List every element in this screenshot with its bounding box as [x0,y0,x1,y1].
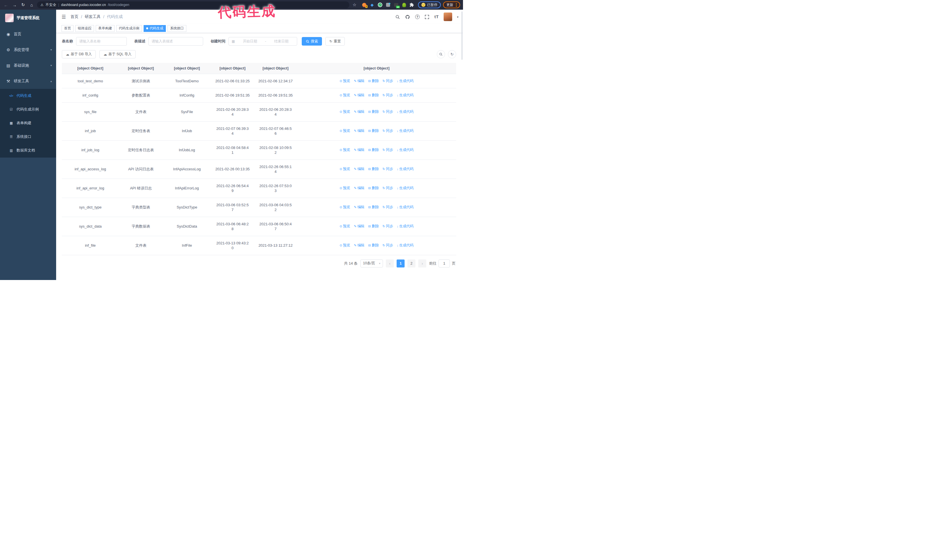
preview-link[interactable]: ⊙预览 [340,78,350,83]
view-tab[interactable]: 系统接口 [168,25,186,32]
preview-link[interactable]: ⊙预览 [340,167,350,172]
breadcrumb-home[interactable]: 首页 [70,14,78,20]
font-size-icon[interactable]: tT [434,15,439,19]
refresh-table-button[interactable]: ↻ [448,50,456,58]
preview-link[interactable]: ⊙预览 [340,128,350,133]
generate-code-link[interactable]: ↓生成代码 [397,78,414,83]
prev-page-button[interactable]: ‹ [386,260,394,267]
toggle-search-button[interactable] [437,50,445,58]
view-tab[interactable]: 链路追踪 [75,25,94,32]
generate-code-link[interactable]: ↓生成代码 [397,205,414,210]
edit-link[interactable]: ✎编辑 [354,243,365,248]
extensions-puzzle-icon[interactable] [409,3,414,7]
table-desc-input[interactable] [148,37,203,45]
sync-link[interactable]: ↻同步 [382,128,393,133]
sidebar-menu-item[interactable]: ◉ 首页 [0,26,56,42]
delete-link[interactable]: ⊟删除 [368,148,379,152]
edit-link[interactable]: ✎编辑 [354,128,365,133]
goto-page-input[interactable] [439,260,450,267]
edit-link[interactable]: ✎编辑 [354,148,365,152]
delete-link[interactable]: ⊟删除 [368,128,379,133]
help-icon[interactable]: ? [415,15,420,19]
edit-link[interactable]: ✎编辑 [354,205,365,210]
sync-link[interactable]: ↻同步 [382,93,393,98]
import-db-button[interactable]: ☁ 基于 DB 导入 [62,50,96,58]
sync-link[interactable]: ↻同步 [382,148,393,152]
hamburger-icon[interactable]: ☰ [62,14,66,20]
sync-link[interactable]: ↻同步 [382,243,393,248]
date-range-picker[interactable]: ▦ 开始日期 - 结束日期 [228,37,297,45]
generate-code-link[interactable]: ↓生成代码 [397,243,414,248]
extension-gray-icon[interactable]: ◆ [386,2,390,8]
extension-green-key-icon[interactable] [401,2,407,8]
sync-link[interactable]: ↻同步 [382,186,393,190]
extension-orange-icon[interactable]: 1 [362,2,367,8]
preview-link[interactable]: ⊙预览 [340,243,350,248]
fullscreen-icon[interactable] [425,14,430,20]
home-button[interactable]: ⌂ [29,2,35,8]
edit-link[interactable]: ✎编辑 [354,186,365,190]
delete-link[interactable]: ⊟删除 [368,109,379,114]
sync-link[interactable]: ↻同步 [382,224,393,229]
generate-code-link[interactable]: ↓生成代码 [397,186,414,190]
delete-link[interactable]: ⊟删除 [368,224,379,229]
breadcrumb-devtools[interactable]: 研发工具 [85,14,101,20]
sidebar-submenu-item[interactable]: ▦ 表单构建 [0,116,56,130]
sidebar-submenu-item[interactable]: ☑ 代码生成示例 [0,103,56,116]
edit-link[interactable]: ✎编辑 [354,224,365,229]
reload-button[interactable]: ↻ [20,2,26,8]
preview-link[interactable]: ⊙预览 [340,224,350,229]
kebab-menu-icon[interactable] [456,3,457,7]
delete-link[interactable]: ⊟删除 [368,78,379,83]
sync-link[interactable]: ↻同步 [382,109,393,114]
sidebar-menu-item[interactable]: ⚒ 研发工具 ▴ [0,73,56,89]
generate-code-link[interactable]: ↓生成代码 [397,224,414,229]
page-number-button[interactable]: 2 [407,260,415,267]
page-size-select[interactable]: 10条/页 ▾ [360,260,383,267]
sync-link[interactable]: ↻同步 [382,205,393,210]
delete-link[interactable]: ⊟删除 [368,167,379,172]
sidebar-menu-item[interactable]: ⚙ 系统管理 ▾ [0,42,56,57]
reset-button[interactable]: ↻ 重置 [325,37,345,45]
extension-dark-icon[interactable]: on [393,2,399,8]
preview-link[interactable]: ⊙预览 [340,109,350,114]
search-icon[interactable] [395,14,400,20]
view-tab[interactable]: 首页 [62,25,74,32]
page-number-button[interactable]: 1 [396,260,405,267]
import-sql-button[interactable]: ☁ 基于 SQL 导入 [100,50,136,58]
sidebar-menu-item[interactable]: ▤ 基础设施 ▾ [0,57,56,73]
preview-link[interactable]: ⊙预览 [340,205,350,210]
url-bar[interactable]: ⚠ 不安全 | dashboard.yudao.iocoder.cn/tool/… [37,2,349,8]
avatar-caret-icon[interactable]: ▾ [457,15,458,18]
preview-link[interactable]: ⊙预览 [340,148,350,152]
sidebar-submenu-item[interactable]: ☰ 系统接口 [0,130,56,143]
generate-code-link[interactable]: ↓生成代码 [397,167,414,172]
view-tab[interactable]: 代码生成示例 [116,25,142,32]
edit-link[interactable]: ✎编辑 [354,78,365,83]
sync-link[interactable]: ↻同步 [382,78,393,83]
delete-link[interactable]: ⊟删除 [368,186,379,190]
github-icon[interactable] [405,14,410,20]
delete-link[interactable]: ⊟删除 [368,93,379,98]
preview-link[interactable]: ⊙预览 [340,186,350,190]
extension-gem-icon[interactable]: ◆ [369,2,375,8]
logo-row[interactable]: 芋道管理系统 [0,10,56,26]
paused-badge[interactable]: 已暂停 [418,2,441,8]
view-tab[interactable]: 表单构建 [96,25,115,32]
sidebar-submenu-item[interactable]: ▥ 数据库文档 [0,143,56,157]
view-tab[interactable]: 代码生成 [144,25,166,32]
edit-link[interactable]: ✎编辑 [354,109,365,114]
edit-link[interactable]: ✎编辑 [354,93,365,98]
edit-link[interactable]: ✎编辑 [354,167,365,172]
table-name-input[interactable] [76,37,127,45]
search-button[interactable]: 搜索 [302,37,322,45]
delete-link[interactable]: ⊟删除 [368,243,379,248]
generate-code-link[interactable]: ↓生成代码 [397,148,414,152]
delete-link[interactable]: ⊟删除 [368,205,379,210]
sidebar-submenu-item[interactable]: </> 代码生成 [0,89,56,103]
forward-button[interactable]: → [11,2,18,8]
extension-green-check-icon[interactable]: ✓ [378,2,383,8]
generate-code-link[interactable]: ↓生成代码 [397,109,414,114]
bookmark-star-icon[interactable]: ☆ [353,2,356,8]
update-button[interactable]: 更新 [443,2,460,8]
